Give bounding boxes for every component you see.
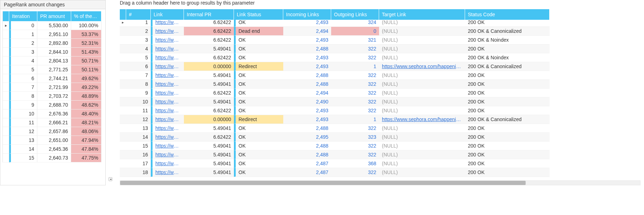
- cell-link[interactable]: https://www....: [151, 27, 184, 36]
- cell-outgoing[interactable]: 322: [331, 89, 379, 97]
- scrollbar-thumb[interactable]: [120, 181, 526, 185]
- cell-incoming[interactable]: 2,494: [283, 27, 331, 36]
- cell-internal-pr[interactable]: 6.62422: [184, 106, 234, 115]
- cell-internal-pr[interactable]: 5.49041: [184, 71, 234, 80]
- cell-num[interactable]: 15: [126, 142, 151, 150]
- cell-status-code[interactable]: 200 OK & Canonicalized: [465, 62, 550, 71]
- cell-pr-amount[interactable]: 2,844.10: [37, 48, 71, 56]
- col-header-pr-amount[interactable]: PR amount: [37, 11, 71, 21]
- cell-pct[interactable]: 49.22%: [71, 83, 101, 92]
- cell-internal-pr[interactable]: 6.62422: [184, 53, 234, 62]
- cell-outgoing[interactable]: 322: [331, 97, 379, 106]
- col-header-iteration[interactable]: Iteration: [9, 11, 37, 21]
- cell-internal-pr[interactable]: 0.00000: [184, 115, 234, 124]
- cell-num[interactable]: 1: [126, 18, 151, 27]
- cell-status-code[interactable]: 200 OK: [465, 80, 550, 89]
- cell-num[interactable]: 9: [126, 89, 151, 97]
- cell-num[interactable]: 7: [126, 71, 151, 80]
- cell-incoming[interactable]: 2,493: [283, 62, 331, 71]
- cell-outgoing[interactable]: 322: [331, 80, 379, 89]
- cell-incoming[interactable]: 2,493: [283, 53, 331, 62]
- cell-outgoing[interactable]: 322: [331, 142, 379, 150]
- cell-iteration[interactable]: 1: [9, 30, 37, 39]
- horizontal-scrollbar[interactable]: [120, 180, 640, 185]
- cell-link[interactable]: https://www....: [151, 159, 184, 168]
- cell-link[interactable]: https://www....: [151, 53, 184, 62]
- cell-link-status[interactable]: OK: [234, 168, 283, 177]
- cell-status-code[interactable]: 200 OK: [465, 71, 550, 80]
- cell-pct[interactable]: 49.62%: [71, 74, 101, 83]
- cell-target-link[interactable]: https://www.sephora.com/happenin...: [379, 115, 465, 124]
- cell-status-code[interactable]: 200 OK: [465, 142, 550, 150]
- cell-incoming[interactable]: 2,488: [283, 44, 331, 53]
- cell-internal-pr[interactable]: 6.62422: [184, 89, 234, 97]
- pagerank-changes-grid[interactable]: Iteration PR amount % of the I... ▸05,53…: [2, 11, 103, 162]
- cell-link-status[interactable]: OK: [234, 53, 283, 62]
- cell-incoming[interactable]: 2,488: [283, 150, 331, 159]
- cell-link[interactable]: https://www....: [151, 18, 184, 27]
- cell-iteration[interactable]: 3: [9, 48, 37, 56]
- cell-link[interactable]: https://www....: [151, 36, 184, 44]
- cell-internal-pr[interactable]: 5.49041: [184, 80, 234, 89]
- cell-link-status[interactable]: OK: [234, 106, 283, 115]
- cell-outgoing[interactable]: 321: [331, 36, 379, 44]
- cell-link[interactable]: https://www....: [151, 80, 184, 89]
- cell-link-status[interactable]: OK: [234, 36, 283, 44]
- cell-incoming[interactable]: 2,490: [283, 97, 331, 106]
- cell-pr-amount[interactable]: 2,721.99: [37, 83, 71, 92]
- cell-num[interactable]: 14: [126, 133, 151, 142]
- cell-outgoing[interactable]: 323: [331, 133, 379, 142]
- cell-internal-pr[interactable]: 5.49041: [184, 150, 234, 159]
- cell-incoming[interactable]: 2,487: [283, 168, 331, 177]
- cell-iteration[interactable]: 4: [9, 56, 37, 65]
- cell-status-code[interactable]: 200 OK: [465, 168, 550, 177]
- cell-outgoing[interactable]: 322: [331, 53, 379, 62]
- cell-pr-amount[interactable]: 2,651.00: [37, 136, 71, 145]
- cell-link[interactable]: https://www....: [151, 89, 184, 97]
- cell-internal-pr[interactable]: 5.49041: [184, 44, 234, 53]
- cell-incoming[interactable]: 2,488: [283, 71, 331, 80]
- cell-incoming[interactable]: 2,494: [283, 89, 331, 97]
- cell-link-status[interactable]: OK: [234, 124, 283, 133]
- cell-outgoing[interactable]: 322: [331, 168, 379, 177]
- cell-num[interactable]: 8: [126, 80, 151, 89]
- cell-pct[interactable]: 100.00%: [71, 21, 101, 30]
- cell-pct[interactable]: 52.31%: [71, 39, 101, 48]
- cell-num[interactable]: 10: [126, 97, 151, 106]
- cell-link[interactable]: https://www....: [151, 150, 184, 159]
- cell-num[interactable]: 4: [126, 44, 151, 53]
- cell-link[interactable]: https://www....: [151, 44, 184, 53]
- cell-outgoing[interactable]: 0: [331, 27, 379, 36]
- cell-status-code[interactable]: 200 OK: [465, 89, 550, 97]
- cell-link-status[interactable]: OK: [234, 80, 283, 89]
- cell-internal-pr[interactable]: 6.62422: [184, 133, 234, 142]
- cell-incoming[interactable]: 2,493: [283, 36, 331, 44]
- cell-pr-amount[interactable]: 2,657.86: [37, 127, 71, 136]
- cell-internal-pr[interactable]: 6.62422: [184, 36, 234, 44]
- cell-pr-amount[interactable]: 2,804.13: [37, 56, 71, 65]
- cell-link-status[interactable]: OK: [234, 18, 283, 27]
- cell-pct[interactable]: 51.43%: [71, 48, 101, 56]
- cell-pct[interactable]: 48.06%: [71, 127, 101, 136]
- cell-link[interactable]: https://www....: [151, 115, 184, 124]
- cell-status-code[interactable]: 200 OK: [465, 44, 550, 53]
- cell-iteration[interactable]: 9: [9, 101, 37, 109]
- cell-internal-pr[interactable]: 6.62422: [184, 18, 234, 27]
- cell-incoming[interactable]: 2,487: [283, 159, 331, 168]
- cell-incoming[interactable]: 2,493: [283, 18, 331, 27]
- cell-internal-pr[interactable]: 6.62422: [184, 27, 234, 36]
- cell-iteration[interactable]: 0: [9, 21, 37, 30]
- cell-num[interactable]: 3: [126, 36, 151, 44]
- cell-pr-amount[interactable]: 2,645.36: [37, 145, 71, 154]
- cell-outgoing[interactable]: 1: [331, 115, 379, 124]
- cell-link-status[interactable]: OK: [234, 71, 283, 80]
- cell-status-code[interactable]: 200 OK: [465, 124, 550, 133]
- cell-link-status[interactable]: OK: [234, 159, 283, 168]
- cell-iteration[interactable]: 5: [9, 65, 37, 74]
- cell-iteration[interactable]: 12: [9, 127, 37, 136]
- cell-num[interactable]: 2: [126, 27, 151, 36]
- cell-pr-amount[interactable]: 2,703.72: [37, 92, 71, 101]
- col-header-blank[interactable]: [3, 11, 9, 21]
- cell-status-code[interactable]: 200 OK & Canonicalized: [465, 27, 550, 36]
- cell-incoming[interactable]: 2,488: [283, 142, 331, 150]
